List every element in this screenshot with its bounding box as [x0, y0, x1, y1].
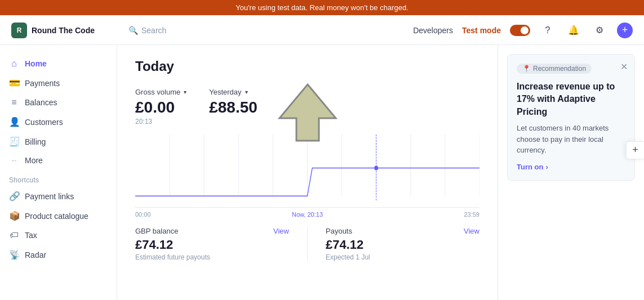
- gross-volume-time: 20:13: [135, 118, 186, 126]
- sidebar-item-radar-label: Radar: [25, 250, 46, 259]
- payouts-sub: Expected 1 Jul: [326, 253, 479, 261]
- rec-cta-label: Turn on: [517, 163, 543, 171]
- gross-volume-metric: Gross volume ▾ £0.00 20:13: [135, 88, 186, 126]
- gross-volume-chevron: ▾: [184, 89, 186, 95]
- customers-icon: 👤: [9, 117, 19, 127]
- sidebar-item-tax[interactable]: 🏷 Tax: [0, 226, 117, 245]
- sidebar: ⌂ Home 💳 Payments ≡ Balances 👤 Customers…: [0, 45, 117, 300]
- sidebar-item-customers-label: Customers: [25, 118, 63, 127]
- payouts-view-link[interactable]: View: [464, 227, 479, 235]
- sidebar-item-billing[interactable]: 🧾 Billing: [0, 132, 117, 151]
- float-add-button[interactable]: +: [626, 141, 644, 159]
- rec-badge-label: Recommendation: [533, 65, 586, 73]
- brand: R Round The Code: [11, 23, 128, 38]
- recommendation-card: 📍 Recommendation ✕ Increase revenue up t…: [507, 54, 635, 181]
- sidebar-item-home-label: Home: [25, 59, 47, 68]
- home-icon: ⌂: [9, 59, 19, 69]
- sidebar-item-balances-label: Balances: [25, 98, 57, 107]
- chart-svg: [135, 135, 479, 207]
- payment-links-icon: 🔗: [9, 191, 19, 202]
- shortcuts-section-label: Shortcuts: [0, 169, 117, 186]
- balance-divider: [307, 227, 308, 261]
- search-icon: 🔍: [128, 26, 138, 35]
- float-plus-icon: +: [632, 144, 638, 156]
- sidebar-item-product-catalogue[interactable]: 📦 Product catalogue: [0, 206, 117, 226]
- search-placeholder: Search: [141, 26, 166, 35]
- test-mode-toggle[interactable]: [510, 25, 530, 36]
- rec-body: Let customers in 40 markets choose to pa…: [517, 123, 625, 156]
- payouts-label: Payouts: [326, 227, 352, 235]
- radar-icon: 📡: [9, 249, 19, 260]
- product-catalogue-icon: 📦: [9, 211, 19, 221]
- sidebar-item-radar[interactable]: 📡 Radar: [0, 245, 117, 265]
- yesterday-value: £88.50: [209, 98, 257, 117]
- notifications-button[interactable]: 🔔: [565, 22, 582, 39]
- sidebar-item-payment-links-label: Payment links: [25, 192, 74, 201]
- chart-container: [135, 135, 479, 208]
- developers-link[interactable]: Developers: [413, 26, 453, 35]
- close-recommendation-button[interactable]: ✕: [620, 61, 628, 72]
- sidebar-item-tax-label: Tax: [25, 231, 37, 240]
- test-mode-banner-text: You're using test data. Real money won't…: [236, 3, 408, 12]
- sidebar-item-payments-label: Payments: [25, 79, 60, 88]
- help-button[interactable]: ?: [539, 22, 556, 39]
- sidebar-item-more-label: More: [25, 156, 43, 165]
- rec-title: Increase revenue up to 17% with Adaptive…: [517, 80, 625, 118]
- rec-badge: 📍 Recommendation: [517, 64, 592, 74]
- rec-cta-arrow: ›: [545, 163, 548, 171]
- gbp-balance-header: GBP balance View: [135, 227, 289, 235]
- sidebar-item-balances[interactable]: ≡ Balances: [0, 93, 117, 112]
- balances-icon: ≡: [9, 97, 19, 108]
- metrics-row: Gross volume ▾ £0.00 20:13 Yesterday ▾ £…: [135, 88, 479, 126]
- gross-volume-header[interactable]: Gross volume ▾: [135, 88, 186, 96]
- tax-icon: 🏷: [9, 230, 19, 240]
- global-add-button[interactable]: +: [617, 23, 633, 38]
- location-icon: 📍: [522, 65, 531, 73]
- header-actions: Developers Test mode ? 🔔 ⚙ +: [413, 22, 633, 39]
- main-content: Today Gross volume ▾ £0.00 20:13 Yesterd…: [117, 45, 498, 300]
- sidebar-item-customers[interactable]: 👤 Customers: [0, 112, 117, 132]
- sidebar-item-payments[interactable]: 💳 Payments: [0, 73, 117, 93]
- brand-logo: R: [11, 23, 27, 38]
- chart-label-now: Now, 20:13: [292, 211, 323, 218]
- gross-volume-label: Gross volume: [135, 88, 180, 96]
- sidebar-item-payment-links[interactable]: 🔗 Payment links: [0, 186, 117, 206]
- payouts-header: Payouts View: [326, 227, 479, 235]
- payouts-value: £74.12: [326, 238, 479, 252]
- yesterday-chevron: ▾: [245, 89, 248, 95]
- body-layout: ⌂ Home 💳 Payments ≡ Balances 👤 Customers…: [0, 45, 644, 300]
- gbp-balance-view-link[interactable]: View: [273, 227, 289, 235]
- chart-label-start: 00:00: [135, 211, 151, 218]
- sidebar-item-more[interactable]: ··· More: [0, 151, 117, 169]
- rec-cta-button[interactable]: Turn on ›: [517, 163, 625, 171]
- yesterday-label: Yesterday: [209, 88, 241, 96]
- rec-header: 📍 Recommendation: [517, 64, 625, 74]
- svg-point-12: [374, 166, 378, 171]
- payments-icon: 💳: [9, 78, 19, 88]
- sidebar-item-product-catalogue-label: Product catalogue: [25, 212, 88, 221]
- gbp-balance-value: £74.12: [135, 238, 289, 252]
- yesterday-metric: Yesterday ▾ £88.50: [209, 88, 257, 126]
- header: R Round The Code 🔍 Search Developers Tes…: [0, 16, 644, 45]
- chart-label-end: 23:59: [464, 211, 479, 218]
- balance-row: GBP balance View £74.12 Estimated future…: [135, 227, 479, 261]
- test-mode-banner: You're using test data. Real money won't…: [0, 0, 644, 15]
- payouts: Payouts View £74.12 Expected 1 Jul: [326, 227, 479, 261]
- right-panel: 📍 Recommendation ✕ Increase revenue up t…: [498, 45, 644, 300]
- settings-button[interactable]: ⚙: [591, 22, 608, 39]
- billing-icon: 🧾: [9, 136, 19, 147]
- gbp-balance-label: GBP balance: [135, 227, 178, 235]
- yesterday-header[interactable]: Yesterday ▾: [209, 88, 257, 96]
- gross-volume-value: £0.00: [135, 98, 186, 117]
- plus-icon: +: [622, 24, 628, 36]
- gbp-balance: GBP balance View £74.12 Estimated future…: [135, 227, 289, 261]
- chart-labels: 00:00 Now, 20:13 23:59: [135, 211, 479, 218]
- sidebar-item-billing-label: Billing: [25, 137, 46, 146]
- page-title: Today: [135, 59, 479, 74]
- sidebar-item-home[interactable]: ⌂ Home: [0, 54, 117, 73]
- more-icon: ···: [9, 158, 19, 164]
- brand-name: Round The Code: [32, 26, 95, 35]
- gbp-balance-sub: Estimated future payouts: [135, 253, 289, 261]
- test-mode-label: Test mode: [462, 26, 501, 35]
- search-bar[interactable]: 🔍 Search: [128, 26, 413, 35]
